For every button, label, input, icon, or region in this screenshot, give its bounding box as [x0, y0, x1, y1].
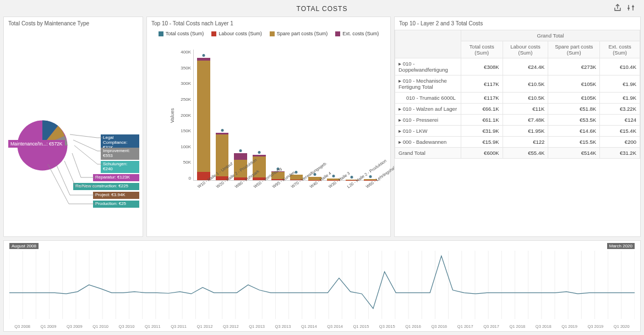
x-label: W70 - Verwaltungsgeb.	[290, 177, 315, 206]
table-row[interactable]: ▸ 010 - Presserei€61.1K€7.48K€53.5K€124	[395, 115, 640, 126]
pie-label-production: Production: €25	[93, 201, 139, 208]
table-row[interactable]: ▸ 010 - Doppelwandfertigung€308K€24.4K€2…	[395, 58, 640, 75]
page-title: TOTAL COSTS	[297, 5, 348, 13]
bar-chart[interactable]: Values 050K100K150K200K250K300K350K400K …	[169, 37, 385, 208]
bar-panel: Top 10 - Total Costs nach Layer 1 Total …	[146, 17, 391, 237]
x-label: L20 - Halle 2 - Produktion	[346, 177, 372, 206]
timeline-start-badge: August 2008	[9, 243, 39, 249]
legend-total[interactable]: Total costs (Sum)	[159, 31, 204, 36]
pie-label-improvement: Improvement: €553	[101, 148, 139, 160]
x-label: W95 - Kunden	[271, 177, 297, 206]
table-row[interactable]: ▸ 010 - Walzen auf Lager€66.1K€11K€51.8K…	[395, 104, 640, 115]
x-label: W20 - Halle 2 - Produktion	[215, 177, 241, 206]
bar-plot	[193, 50, 380, 181]
share-icon[interactable]	[613, 3, 622, 12]
x-label: W10 - Halle 1 - Umlauf	[197, 177, 222, 206]
table-title: Top 10 - Layer 2 and 3 Total Costs	[395, 17, 640, 30]
legend-labour[interactable]: Labour costs (Sum)	[211, 31, 262, 36]
pie-title: Total Costs by Maintenance Type	[4, 17, 143, 30]
grand-total-row: Grand Total€600K€55.4K€514K€31.2K	[395, 148, 640, 159]
data-table[interactable]: Grand TotalTotal costs (Sum)Labour costs…	[395, 30, 640, 159]
table-row[interactable]: ▸ 010 - LKW€31.9K€1.95K€14.6K€15.4K	[395, 126, 640, 137]
x-label: W80 - Fuhrpark	[234, 177, 259, 206]
header-actions	[613, 3, 635, 12]
x-label: W50 - Vorrichtung	[253, 177, 278, 206]
pie-label-schulungen: Schulungen: €240	[101, 161, 139, 173]
table-row[interactable]: ▸ 000 - Badewannen€15.9K€122€15.5K€200	[395, 137, 640, 148]
table-row[interactable]: 010 - Trumatic 6000L€117K€10.5K€105K€1.9…	[395, 93, 640, 104]
timeline-chart	[9, 251, 635, 319]
x-label: W30 - Halle 3	[328, 177, 353, 206]
timeline-end-badge: March 2020	[607, 243, 635, 249]
legend-ext[interactable]: Ext. costs (Sum)	[335, 31, 379, 36]
table-panel: Top 10 - Layer 2 and 3 Total Costs Grand…	[394, 17, 641, 237]
page-header: TOTAL COSTS	[3, 3, 641, 14]
pie-label-renew: Re/New construction: €225	[73, 183, 139, 190]
y-ticks: 050K100K150K200K250K300K350K400K	[177, 50, 191, 181]
x-labels: W10 - Halle 1 - UmlaufW20 - Halle 2 - Pr…	[193, 182, 380, 207]
settings-icon[interactable]	[626, 3, 635, 12]
x-label: W40 - Halle 4	[309, 177, 334, 206]
timeline-svg	[9, 251, 635, 319]
pie-label-project: Project: €3.94K	[93, 192, 139, 199]
legend-spare[interactable]: Spare part costs (Sum)	[270, 31, 328, 36]
top-row: Total Costs by Maintenance Type Maintena…	[3, 17, 641, 237]
bar-title: Top 10 - Total Costs nach Layer 1	[147, 17, 390, 30]
table-row[interactable]: ▸ 010 - Mechanische Fertigung Total€117K…	[395, 75, 640, 93]
timeline-axis: Q3 2008Q1 2009Q3 2009Q1 2010Q3 2010Q1 20…	[9, 324, 635, 329]
x-label: W60 - Lehrlingshalle	[365, 177, 390, 206]
pie-label-reparatur: Reparatur: €123K	[93, 174, 139, 181]
pie-chart[interactable]: Maintenance/In...: €572K Legal Complianc…	[4, 30, 143, 228]
bar-legend: Total costs (Sum)Labour costs (Sum)Spare…	[147, 30, 390, 37]
y-axis-label: Values	[170, 108, 175, 123]
dashboard-root: TOTAL COSTS Total Costs by Maintenance T…	[0, 0, 644, 335]
pie-label-maintenance: Maintenance/In...: €572K	[8, 140, 65, 148]
bar-0[interactable]	[197, 58, 210, 180]
pie-panel: Total Costs by Maintenance Type Maintena…	[3, 17, 143, 237]
timeline-panel[interactable]: August 2008 March 2020 Q3 2008Q1 2009Q3 …	[3, 240, 641, 332]
